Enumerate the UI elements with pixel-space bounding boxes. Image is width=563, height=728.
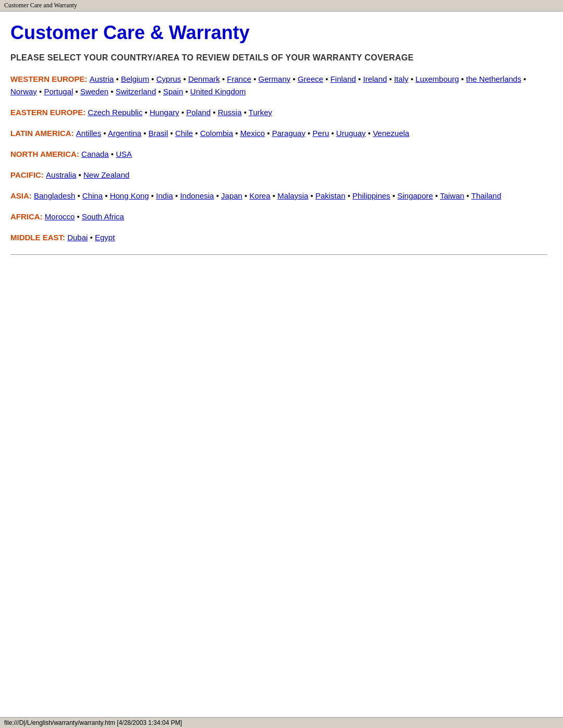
- region-label-africa: AFRICA:: [10, 212, 45, 221]
- country-link-the-netherlands[interactable]: the Netherlands: [466, 75, 521, 83]
- country-link-korea[interactable]: Korea: [250, 191, 271, 200]
- country-link-australia[interactable]: Australia: [46, 170, 76, 179]
- country-link-spain[interactable]: Spain: [163, 87, 183, 96]
- country-link-thailand[interactable]: Thailand: [471, 191, 501, 200]
- country-link-pakistan[interactable]: Pakistan: [315, 191, 346, 200]
- country-link-uruguay[interactable]: Uruguay: [336, 129, 366, 138]
- country-link-germany[interactable]: Germany: [259, 75, 291, 83]
- region-block-africa: AFRICA: Morocco • South Africa: [10, 211, 547, 223]
- country-link-russia[interactable]: Russia: [218, 108, 242, 117]
- region-block-western-europe: WESTERN EUROPE: Austria • Belgium • Cypr…: [10, 73, 547, 98]
- country-link-united-kingdom[interactable]: United Kingdom: [190, 87, 246, 96]
- region-block-asia: ASIA: Bangladesh • China • Hong Kong • I…: [10, 190, 547, 202]
- country-link-colombia[interactable]: Colombia: [200, 129, 233, 138]
- country-link-dubai[interactable]: Dubai: [67, 233, 88, 242]
- country-link-belgium[interactable]: Belgium: [121, 75, 149, 83]
- region-block-middle-east: MIDDLE EAST: Dubai • Egypt: [10, 231, 547, 244]
- country-link-poland[interactable]: Poland: [186, 108, 211, 117]
- country-link-philippines[interactable]: Philippines: [352, 191, 390, 200]
- country-link-canada[interactable]: Canada: [81, 150, 109, 158]
- country-link-norway[interactable]: Norway: [10, 87, 37, 96]
- country-link-ireland[interactable]: Ireland: [363, 75, 387, 83]
- country-link-south-africa[interactable]: South Africa: [82, 212, 124, 221]
- region-label-asia: ASIA:: [10, 191, 34, 200]
- country-link-turkey[interactable]: Turkey: [249, 108, 272, 117]
- country-link-new-zealand[interactable]: New Zealand: [83, 170, 129, 179]
- country-link-sweden[interactable]: Sweden: [80, 87, 108, 96]
- country-link-finland[interactable]: Finland: [331, 75, 356, 83]
- status-bar: file:///D|/L/english/warranty/warranty.h…: [0, 717, 563, 728]
- region-block-latin-america: LATIN AMERICA: Antilles • Argentina • Br…: [10, 127, 547, 140]
- country-link-luxembourg[interactable]: Luxembourg: [415, 75, 459, 83]
- region-label-pacific: PACIFIC:: [10, 170, 46, 179]
- region-block-pacific: PACIFIC: Australia • New Zealand: [10, 169, 547, 181]
- country-link-brasil[interactable]: Brasil: [149, 129, 168, 138]
- separator: [10, 254, 547, 255]
- country-link-paraguay[interactable]: Paraguay: [272, 129, 305, 138]
- country-link-indonesia[interactable]: Indonesia: [180, 191, 214, 200]
- country-link-egypt[interactable]: Egypt: [95, 233, 115, 242]
- country-link-denmark[interactable]: Denmark: [188, 75, 220, 83]
- title-bar-label: Customer Care and Warranty: [4, 2, 77, 9]
- main-content: Customer Care & Warranty PLEASE SELECT Y…: [0, 11, 563, 291]
- country-link-japan[interactable]: Japan: [221, 191, 242, 200]
- country-link-chile[interactable]: Chile: [175, 129, 193, 138]
- country-link-greece[interactable]: Greece: [298, 75, 323, 83]
- country-link-hungary[interactable]: Hungary: [150, 108, 179, 117]
- country-link-argentina[interactable]: Argentina: [108, 129, 141, 138]
- country-link-malaysia[interactable]: Malaysia: [277, 191, 308, 200]
- country-link-india[interactable]: India: [156, 191, 173, 200]
- country-link-china[interactable]: China: [82, 191, 103, 200]
- title-bar: Customer Care and Warranty: [0, 0, 563, 11]
- regions-container: WESTERN EUROPE: Austria • Belgium • Cypr…: [10, 73, 547, 244]
- country-link-france[interactable]: France: [227, 75, 251, 83]
- region-label-eastern-europe: EASTERN EUROPE:: [10, 108, 88, 117]
- region-label-latin-america: LATIN AMERICA:: [10, 129, 76, 138]
- country-link-switzerland[interactable]: Switzerland: [116, 87, 156, 96]
- country-link-peru[interactable]: Peru: [313, 129, 329, 138]
- region-label-middle-east: MIDDLE EAST:: [10, 233, 67, 242]
- country-link-usa[interactable]: USA: [116, 150, 132, 158]
- page-title: Customer Care & Warranty: [10, 22, 547, 44]
- country-link-taiwan[interactable]: Taiwan: [440, 191, 464, 200]
- country-link-mexico[interactable]: Mexico: [240, 129, 265, 138]
- country-link-venezuela[interactable]: Venezuela: [373, 129, 409, 138]
- region-block-eastern-europe: EASTERN EUROPE: Czech Republic • Hungary…: [10, 106, 547, 119]
- country-link-antilles[interactable]: Antilles: [76, 129, 101, 138]
- region-label-western-europe: WESTERN EUROPE:: [10, 75, 90, 83]
- page-subtitle: PLEASE SELECT YOUR COUNTRY/AREA TO REVIE…: [10, 53, 547, 63]
- country-link-portugal[interactable]: Portugal: [44, 87, 73, 96]
- country-link-morocco[interactable]: Morocco: [45, 212, 75, 221]
- status-bar-text: file:///D|/L/english/warranty/warranty.h…: [4, 719, 182, 726]
- country-link-bangladesh[interactable]: Bangladesh: [34, 191, 75, 200]
- country-link-cyprus[interactable]: Cyprus: [156, 75, 181, 83]
- country-link-singapore[interactable]: Singapore: [397, 191, 433, 200]
- country-link-italy[interactable]: Italy: [394, 75, 409, 83]
- country-link-austria[interactable]: Austria: [90, 75, 114, 83]
- country-link-czech-republic[interactable]: Czech Republic: [88, 108, 142, 117]
- region-label-north-america: NORTH AMERICA:: [10, 150, 81, 158]
- region-block-north-america: NORTH AMERICA: Canada • USA: [10, 148, 547, 161]
- country-link-hong-kong[interactable]: Hong Kong: [110, 191, 149, 200]
